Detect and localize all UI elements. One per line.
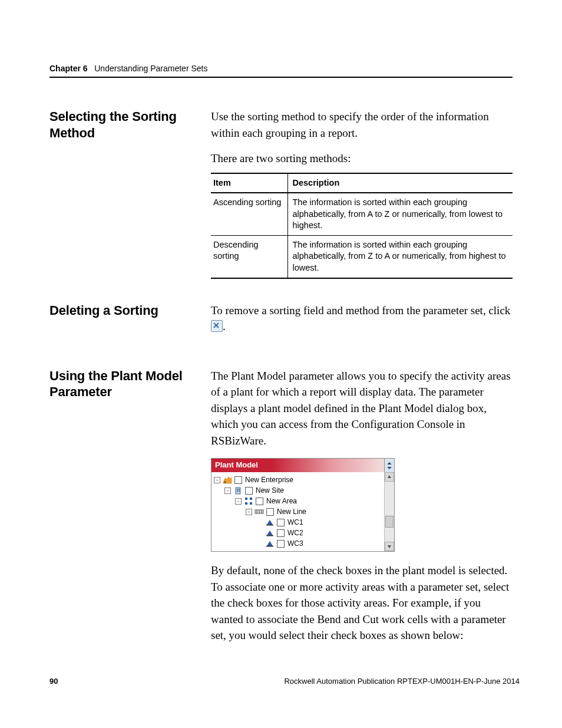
section-deleting-sorting: Deleting a Sorting To remove a sorting f… [49,302,513,344]
svg-rect-8 [237,490,238,492]
site-icon [233,486,243,495]
tree-node-label: New Line [277,507,306,517]
sorting-methods-table: Item Description Ascending sorting The i… [211,173,513,279]
tree-expander-icon [256,530,263,536]
svg-rect-13 [250,502,252,505]
svg-rect-7 [239,489,240,490]
tree-expander-icon [256,519,263,526]
scroll-down-arrow-icon[interactable] [385,542,394,551]
svg-rect-12 [245,502,247,505]
tree-node[interactable]: WC1 [214,517,382,528]
svg-marker-24 [388,475,391,478]
table-cell-desc: The information is sorted within each gr… [287,235,513,278]
plant-model-tree[interactable]: -New Enterprise-New Site-New Area-New Li… [211,472,384,551]
page-footer: 90 Rockwell Automation Publication RPTEX… [49,677,520,686]
tree-node[interactable]: -New Line [214,506,382,517]
delete-x-icon [211,320,223,332]
svg-rect-11 [250,498,252,500]
tree-expander-icon[interactable]: - [214,477,220,483]
svg-rect-10 [245,498,247,500]
svg-rect-19 [266,525,273,526]
enterprise-icon [223,476,232,484]
tree-node-label: WC3 [287,539,303,549]
chapter-label: Chapter 6 [49,64,88,73]
svg-marker-3 [387,467,392,469]
svg-marker-20 [267,531,273,535]
svg-marker-18 [267,520,273,525]
heading-plant-model: Using the Plant Model Parameter [49,368,211,400]
svg-rect-21 [266,535,273,536]
sorting-method-para2: There are two sorting methods: [211,150,513,167]
table-cell-item: Ascending sorting [211,193,287,235]
heading-sorting-method: Selecting the Sorting Method [49,108,211,141]
header-rule [49,77,513,78]
scroll-thumb[interactable] [385,516,394,528]
tree-node-label: WC1 [287,518,303,528]
tree-expander-icon [256,541,263,547]
plant-model-para1: The Plant Model parameter allows you to … [211,368,513,449]
table-header-description: Description [287,173,513,193]
tree-expander-icon[interactable]: - [235,498,242,505]
tree-node[interactable]: WC2 [214,528,382,538]
chapter-title: Understanding Parameter Sets [94,64,207,73]
tree-node-checkbox[interactable] [266,508,274,516]
table-header-item: Item [211,173,287,193]
svg-rect-4 [224,481,226,483]
line-icon [254,508,264,515]
scroll-up-arrow-icon[interactable] [385,472,394,482]
workcell-icon [265,529,275,536]
table-cell-desc: The information is sorted within each gr… [287,193,513,235]
tree-node-label: New Site [256,486,284,496]
tree-node[interactable]: -New Area [214,496,382,506]
plant-model-panel-title: Plant Model [211,459,384,472]
sorting-method-para1: Use the sorting method to specify the or… [211,108,513,141]
tree-node-checkbox[interactable] [277,540,285,548]
svg-rect-6 [237,489,238,490]
scroll-track[interactable] [385,482,394,542]
svg-marker-25 [388,545,391,548]
svg-marker-2 [387,462,392,465]
tree-node[interactable]: -New Enterprise [214,475,382,485]
tree-expander-icon[interactable]: - [224,487,231,494]
tree-node-checkbox[interactable] [245,487,253,495]
page-number: 90 [49,677,58,686]
tree-node-checkbox[interactable] [256,498,263,505]
tree-node[interactable]: WC3 [214,538,382,549]
tree-node-checkbox[interactable] [234,476,242,484]
tree-node-checkbox[interactable] [277,519,285,526]
running-header: Chapter 6 Understanding Parameter Sets [49,64,513,73]
heading-deleting-sorting: Deleting a Sorting [49,302,211,319]
workcell-icon [265,540,275,547]
plant-model-panel: Plant Model -New Enterprise-New Site-New… [211,458,395,552]
table-row: Descending sorting The information is so… [211,235,513,278]
plant-model-para2: By default, none of the check boxes in t… [211,562,513,644]
deleting-sorting-text-prefix: To remove a sorting field and method fro… [211,304,510,317]
panel-collapse-button[interactable] [384,459,394,472]
workcell-icon [265,519,275,526]
tree-node-label: New Area [266,496,297,506]
tree-expander-icon[interactable]: - [246,509,252,515]
deleting-sorting-para: To remove a sorting field and method fro… [211,302,513,335]
section-plant-model: Using the Plant Model Parameter The Plan… [49,368,513,653]
deleting-sorting-text-suffix: . [223,320,226,332]
plant-model-panel-titlebar: Plant Model [211,459,394,472]
tree-node-label: WC2 [287,528,303,538]
area-icon [244,497,253,505]
svg-marker-22 [267,541,273,546]
section-sorting-method: Selecting the Sorting Method Use the sor… [49,108,513,279]
tree-node-label: New Enterprise [245,475,293,485]
table-row: Ascending sorting The information is sor… [211,193,513,235]
table-cell-item: Descending sorting [211,235,287,278]
svg-rect-23 [266,546,273,547]
tree-node-checkbox[interactable] [277,529,285,537]
panel-scrollbar[interactable] [384,472,394,551]
publication-line: Rockwell Automation Publication RPTEXP-U… [284,677,520,686]
svg-rect-9 [239,490,240,492]
tree-node[interactable]: -New Site [214,485,382,496]
